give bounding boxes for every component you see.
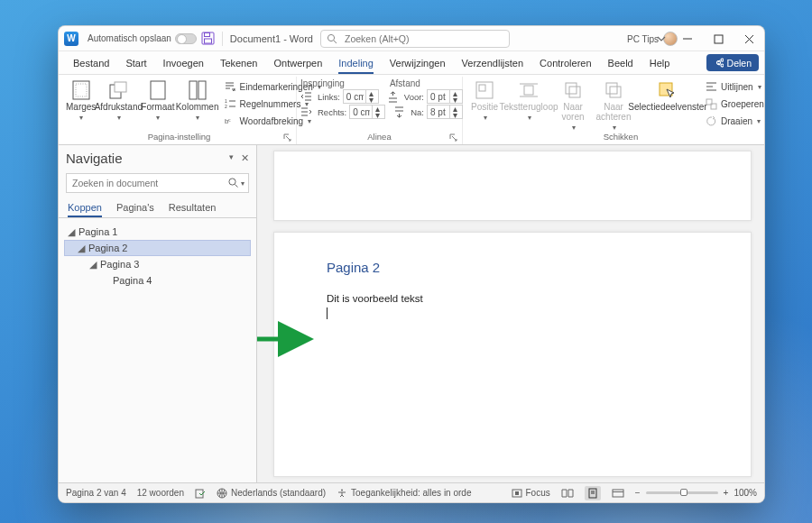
space-before-spinner[interactable]: ▴▾ (427, 89, 463, 104)
svg-rect-12 (115, 82, 126, 92)
search-icon (327, 33, 337, 44)
status-spellcheck[interactable] (195, 488, 206, 499)
ribbon-display-button[interactable] (651, 26, 672, 51)
tab-start[interactable]: Start (118, 54, 153, 74)
space-after-spinner[interactable]: ▴▾ (427, 105, 463, 119)
nav-tab-resultaten[interactable]: Resultaten (169, 202, 217, 217)
subhead-spacing: Afstand (390, 78, 420, 88)
selection-pane-button[interactable]: Selectiedeelvenster (636, 78, 699, 112)
bring-forward-icon (564, 80, 582, 100)
status-page[interactable]: Pagina 2 van 4 (66, 488, 126, 498)
group-arrange: Positie▾ Tekstterugloop▾ Naar voren▾ Naa… (463, 77, 765, 144)
rotate-button: Draaien▾ (703, 113, 765, 129)
breaks-icon (225, 81, 236, 93)
slider-thumb[interactable] (680, 489, 687, 496)
tab-verzendlijsten[interactable]: Verzendlijsten (455, 54, 531, 74)
tab-indeling[interactable]: Indeling (331, 54, 381, 74)
minimize-icon (682, 33, 693, 44)
zoom-slider[interactable] (646, 491, 718, 494)
tab-help[interactable]: Help (642, 54, 678, 74)
svg-rect-28 (606, 83, 617, 94)
autosave-toggle[interactable]: Automatisch opslaan (88, 33, 197, 44)
tab-invoegen[interactable]: Invoegen (156, 54, 211, 74)
line-numbers-icon: 12 (225, 98, 236, 110)
svg-rect-10 (76, 84, 87, 96)
view-print-button[interactable] (585, 486, 601, 500)
tree-node[interactable]: ◢Pagina 3 (64, 256, 251, 272)
toggle-off-icon[interactable] (175, 33, 197, 44)
formaat-button[interactable]: Formaat▾ (141, 78, 174, 122)
zoom-in-button[interactable]: + (724, 488, 729, 498)
tab-beeld[interactable]: Beeld (601, 54, 641, 74)
svg-point-37 (341, 489, 343, 491)
group-objects-button: Groeperen▾ (703, 96, 765, 112)
kolommen-button[interactable]: Kolommen▾ (177, 78, 218, 122)
nav-search-box[interactable]: ▾ (66, 173, 249, 193)
share-button[interactable]: Delen (706, 54, 759, 71)
tab-bestand[interactable]: Bestand (66, 54, 116, 74)
page-current[interactable]: Pagina 2 Dit is voorbeeld tekst (273, 232, 752, 477)
orientation-icon (108, 80, 128, 100)
svg-rect-43 (613, 490, 623, 497)
svg-line-4 (334, 41, 337, 43)
tab-verwijzingen[interactable]: Verwijzingen (383, 54, 453, 74)
web-layout-icon (612, 488, 624, 499)
search-icon (227, 177, 240, 189)
indent-left-spinner[interactable]: ▴▾ (343, 89, 379, 104)
search-box[interactable] (320, 30, 510, 48)
title-bar: W Automatisch opslaan Document1 - Word P… (59, 26, 764, 51)
nav-tabs: Koppen Pagina's Resultaten (59, 197, 256, 218)
tree-node-selected[interactable]: ◢Pagina 2 (64, 240, 251, 256)
collapse-icon[interactable]: ◢ (78, 243, 85, 254)
zoom-control[interactable]: − + 100% (635, 488, 757, 498)
heading-text[interactable]: Pagina 2 (327, 260, 698, 275)
svg-rect-29 (610, 87, 621, 97)
save-icon (201, 32, 215, 45)
view-read-button[interactable] (561, 488, 574, 499)
rotate-icon (706, 115, 717, 127)
nav-search-input[interactable] (70, 177, 227, 189)
tab-tekenen[interactable]: Tekenen (213, 54, 265, 74)
autosave-label: Automatisch opslaan (88, 33, 171, 43)
marges-button[interactable]: Marges▾ (66, 78, 96, 122)
tab-ontwerpen[interactable]: Ontwerpen (266, 54, 329, 74)
nav-tab-koppen[interactable]: Koppen (68, 202, 102, 217)
maximize-button[interactable] (703, 26, 734, 51)
tree-node[interactable]: ◢Pagina 4 (64, 272, 251, 289)
svg-rect-2 (205, 39, 212, 43)
svg-point-3 (328, 34, 334, 41)
document-area[interactable]: Pagina 2 Dit is voorbeeld tekst (257, 145, 764, 482)
nav-tab-paginas[interactable]: Pagina's (116, 202, 154, 217)
nav-close-button[interactable]: ✕ (241, 152, 249, 164)
minimize-button[interactable] (672, 26, 703, 51)
dialog-launcher[interactable] (448, 132, 458, 142)
align-button[interactable]: Uitlijnen▾ (703, 78, 765, 95)
focus-mode-button[interactable]: Focus (512, 488, 550, 499)
focus-icon (512, 488, 522, 499)
margins-icon (72, 80, 90, 100)
tree-node[interactable]: ◢Pagina 1 (64, 224, 251, 240)
status-language[interactable]: Nederlands (standaard) (217, 488, 326, 499)
view-web-button[interactable] (612, 488, 624, 499)
collapse-icon[interactable]: ◢ (89, 259, 97, 271)
save-button[interactable] (200, 31, 217, 47)
svg-rect-15 (198, 81, 206, 99)
status-accessibility[interactable]: Toegankelijkheid: alles in orde (337, 488, 471, 499)
body-text[interactable]: Dit is voorbeeld tekst (327, 293, 698, 304)
subhead-indent: Inspringing (300, 78, 345, 88)
page-previous-bottom[interactable] (273, 151, 752, 221)
indent-right-spinner[interactable]: ▴▾ (349, 105, 385, 119)
search-input[interactable] (343, 32, 503, 45)
zoom-out-button[interactable]: − (635, 488, 641, 498)
afdrukstand-button[interactable]: Afdrukstand▾ (97, 78, 139, 122)
status-words[interactable]: 12 woorden (137, 488, 184, 498)
selection-pane-icon (658, 80, 678, 100)
dialog-launcher[interactable] (281, 132, 292, 142)
tab-controleren[interactable]: Controleren (532, 54, 598, 74)
wrap-text-button: Tekstterugloop▾ (504, 78, 553, 122)
zoom-value[interactable]: 100% (734, 488, 757, 498)
print-layout-icon (587, 488, 598, 499)
nav-dropdown-button[interactable]: ▾ (229, 152, 234, 164)
close-button[interactable] (734, 26, 764, 51)
collapse-icon[interactable]: ◢ (68, 226, 75, 238)
